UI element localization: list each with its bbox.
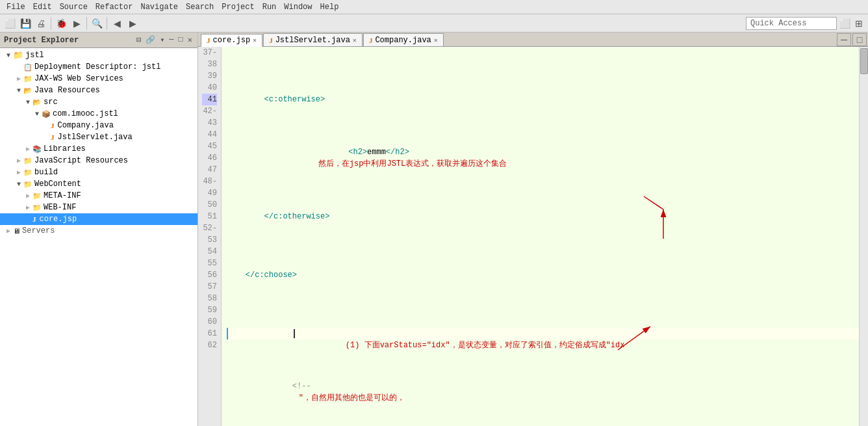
- menu-file[interactable]: File: [3, 1, 29, 13]
- toggle-libraries[interactable]: ▶: [23, 145, 32, 153]
- tree-item-meta-inf[interactable]: ▶ 📁 META-INF: [0, 190, 198, 202]
- tree-label-jstlservlet: JstlServlet.java: [58, 133, 133, 142]
- tree-item-libraries[interactable]: ▶ 📚 Libraries: [0, 143, 198, 155]
- editor-maximize[interactable]: □: [852, 33, 867, 46]
- tree-item-company-java[interactable]: J Company.java: [0, 120, 198, 131]
- menu-project[interactable]: Project: [218, 1, 258, 13]
- menu-run[interactable]: Run: [259, 1, 281, 13]
- toggle-jaxws[interactable]: ▶: [14, 75, 23, 83]
- tab-label-company-java: Company.java: [375, 36, 431, 45]
- tree-item-jstlservlet[interactable]: J JstlServlet.java: [0, 131, 198, 143]
- tree-item-jstl[interactable]: ▼ 📁 jstl: [0, 49, 198, 61]
- jstlservlet-icon: J: [51, 133, 55, 141]
- main-toolbar: ⬜ 💾 🖨 🐞 ▶ 🔍 ◀ ▶ Quick Access ⬜ ⊞: [0, 14, 868, 33]
- tab-core-jsp[interactable]: J core.jsp ✕: [201, 34, 262, 47]
- maximize-button[interactable]: ⬜: [838, 16, 851, 31]
- right-panel: J core.jsp ✕ J JstlServlet.java ✕ J Comp…: [198, 33, 868, 426]
- tree-item-web-inf[interactable]: ▶ 📁 WEB-INF: [0, 202, 198, 213]
- debug-button[interactable]: 🐞: [54, 16, 68, 31]
- collapse-all-icon[interactable]: ⊟: [135, 35, 142, 45]
- code-text-40: </c:choose>: [227, 269, 297, 281]
- print-button[interactable]: 🖨: [34, 16, 48, 31]
- linenum-62: 62: [202, 339, 217, 351]
- jstlservlet-tab-icon: J: [269, 36, 273, 44]
- menu-edit[interactable]: Edit: [29, 1, 56, 13]
- tab-close-core-jsp[interactable]: ✕: [253, 36, 257, 44]
- menu-navigate[interactable]: Navigate: [136, 1, 182, 13]
- editor-tab-bar: J core.jsp ✕ J JstlServlet.java ✕ J Comp…: [198, 33, 868, 47]
- linenum-45: 45: [202, 140, 217, 152]
- toggle-web-inf[interactable]: ▶: [23, 204, 32, 211]
- maximize-panel-icon[interactable]: □: [177, 35, 185, 45]
- tab-company-java[interactable]: J Company.java ✕: [363, 33, 444, 46]
- linenum-51: 51: [202, 211, 217, 222]
- linenum-40: 40: [202, 82, 217, 94]
- toggle-jstl[interactable]: ▼: [4, 52, 13, 59]
- web-inf-icon: 📁: [32, 204, 42, 212]
- scrollbar-thumb[interactable]: [860, 48, 868, 74]
- code-text-42: <!-- "，自然用其他的也是可以的，: [227, 369, 405, 416]
- tree-item-src[interactable]: ▼ 📂 src: [0, 96, 198, 108]
- code-text-37: <c:otherwise>: [227, 94, 325, 105]
- tree-label-src: src: [44, 98, 58, 107]
- toggle-java-resources[interactable]: ▼: [14, 87, 23, 94]
- tab-jstlservlet[interactable]: J JstlServlet.java ✕: [263, 33, 363, 46]
- menu-source[interactable]: Source: [56, 1, 92, 13]
- vertical-scrollbar[interactable]: [859, 47, 868, 426]
- toggle-src[interactable]: ▼: [23, 99, 32, 106]
- linenum-58: 58: [202, 293, 217, 304]
- webcontent-icon: 📁: [23, 180, 32, 189]
- tree-item-servers[interactable]: ▶ 🖥 Servers: [0, 225, 198, 237]
- close-panel-icon[interactable]: ✕: [186, 35, 194, 45]
- toggle-servers[interactable]: ▶: [4, 227, 13, 235]
- code-line-41[interactable]: (1) 下面varStatus="idx"，是状态变量，对应了索引值，约定俗成写…: [227, 328, 859, 339]
- menu-help[interactable]: Help: [316, 1, 343, 13]
- toggle-com[interactable]: ▼: [32, 111, 42, 118]
- menu-search[interactable]: Search: [182, 1, 218, 13]
- tab-close-jstlservlet[interactable]: ✕: [353, 36, 357, 44]
- tree-item-java-resources[interactable]: ▼ 📂 Java Resources: [0, 85, 198, 96]
- next-button[interactable]: ▶: [125, 16, 140, 31]
- linenum-60: 60: [202, 316, 217, 328]
- link-editor-icon[interactable]: 🔗: [144, 35, 157, 45]
- tab-label-jstlservlet: JstlServlet.java: [275, 36, 350, 45]
- code-text-38: <h2>emmm</h2> 然后，在jsp中利用JSTL表达式，获取并遍历这个集…: [227, 135, 507, 181]
- toggle-build[interactable]: ▶: [14, 168, 23, 176]
- project-tree: ▼ 📁 jstl 📋 Deployment Descriptor: jstl ▶…: [0, 48, 198, 426]
- quick-access-label: Quick Access: [750, 19, 806, 28]
- save-button[interactable]: 💾: [18, 16, 32, 31]
- linenum-44: 44: [202, 129, 217, 140]
- toggle-jsresources[interactable]: ▶: [14, 157, 23, 165]
- perspective-button[interactable]: ⊞: [852, 16, 865, 31]
- src-icon: 📂: [32, 98, 42, 107]
- code-line-42: <!-- "，自然用其他的也是可以的，: [227, 386, 859, 398]
- search-toolbar-button[interactable]: 🔍: [90, 16, 104, 31]
- tree-item-jaxws[interactable]: ▶ 📁 JAX-WS Web Services: [0, 73, 198, 85]
- code-line-38: <h2>emmm</h2> 然后，在jsp中利用JSTL表达式，获取并遍历这个集…: [227, 152, 859, 164]
- panel-header: Project Explorer ⊟ 🔗 ▾ ─ □ ✕: [0, 33, 198, 48]
- toggle-webcontent[interactable]: ▼: [14, 181, 23, 188]
- quick-access-box[interactable]: Quick Access: [746, 17, 837, 30]
- toggle-meta-inf[interactable]: ▶: [23, 192, 32, 200]
- editor-minimize[interactable]: ─: [837, 33, 851, 46]
- tree-item-webcontent[interactable]: ▼ 📁 WebContent: [0, 178, 198, 190]
- tree-item-com-imoocjstl[interactable]: ▼ 📦 com.imooc.jstl: [0, 108, 198, 120]
- view-menu-icon[interactable]: ▾: [159, 35, 166, 45]
- tree-item-core-jsp[interactable]: J core.jsp: [0, 213, 198, 225]
- code-editor[interactable]: <c:otherwise> <h2>emmm</h2> 然后，在jsp中利用JS…: [222, 47, 859, 426]
- new-button[interactable]: ⬜: [3, 16, 17, 31]
- tree-item-deployment[interactable]: 📋 Deployment Descriptor: jstl: [0, 61, 198, 73]
- menu-window[interactable]: Window: [280, 1, 316, 13]
- run-button[interactable]: ▶: [70, 16, 84, 31]
- linenum-57: 57: [202, 281, 217, 293]
- tree-label-jsresources: JavaScript Resources: [34, 156, 128, 165]
- code-area: 37- 38 39 40 41 42- 43 44 45 46 47 48- 4…: [198, 47, 868, 426]
- menu-refactor[interactable]: Refactor: [92, 1, 137, 13]
- tree-item-jsresources[interactable]: ▶ 📁 JavaScript Resources: [0, 155, 198, 166]
- prev-button[interactable]: ◀: [110, 16, 124, 31]
- tree-label-com: com.imooc.jstl: [53, 109, 118, 118]
- tab-close-company-java[interactable]: ✕: [434, 36, 438, 44]
- tree-label-webcontent: WebContent: [34, 180, 81, 189]
- minimize-panel-icon[interactable]: ─: [168, 35, 175, 45]
- tree-item-build[interactable]: ▶ 📁 build: [0, 166, 198, 178]
